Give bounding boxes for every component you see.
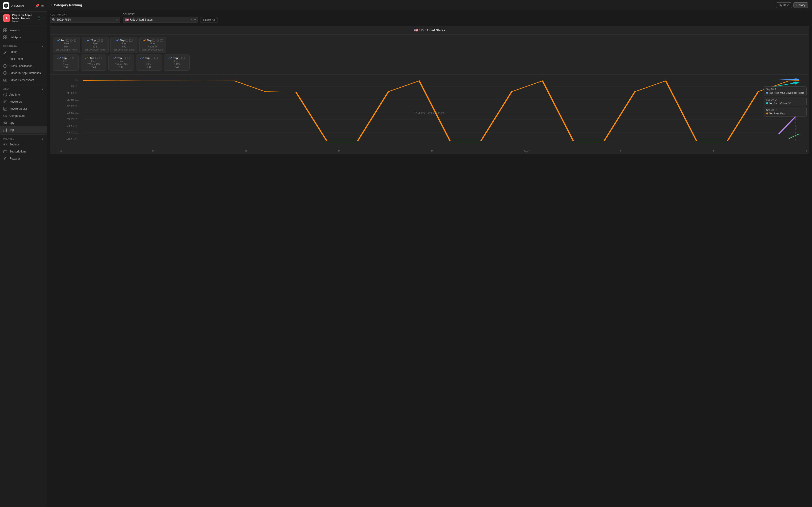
tile5-all: ? All bbox=[64, 66, 68, 69]
sidebar: ASO.dev 📌 ✉ Player for Apple Music: Meow… bbox=[0, 0, 47, 507]
select-all-button[interactable]: Select All bbox=[200, 17, 218, 23]
tile6-top: Top bbox=[90, 57, 94, 59]
tile7-free: Free bbox=[119, 60, 124, 62]
tiles-row-2: Top Free ? Mac ? All bbox=[53, 55, 806, 71]
svg-rect-43 bbox=[179, 57, 181, 59]
tile-top-free-visionos-all-2[interactable]: Top Free ? Vision OS ? All bbox=[108, 55, 134, 71]
sidebar-item-settings[interactable]: Settings bbox=[0, 141, 47, 148]
topbar-left: ‹ Category Ranking bbox=[51, 3, 82, 7]
svg-rect-42 bbox=[155, 57, 158, 59]
sidebar-item-screenshots[interactable]: Editor: Screenshots bbox=[0, 76, 47, 83]
tile4-cat: ⌨ Developer Tools bbox=[142, 48, 163, 51]
tile-top-free-ipad-all[interactable]: Top Free ? iPad ? All bbox=[136, 55, 162, 71]
tile9-all: ? All bbox=[175, 66, 179, 69]
tile4-chart-icon bbox=[142, 39, 146, 42]
sidebar-item-bulk-editor[interactable]: Bulk Editor bbox=[0, 55, 47, 62]
country-select-container: 🇺🇸 US: United States ✕ ▾ bbox=[123, 17, 198, 23]
mail-icon[interactable]: ✉ bbox=[41, 4, 44, 7]
tile8-all: ? All bbox=[147, 66, 151, 69]
metadata-label: METADATA bbox=[3, 45, 17, 48]
main-chart-svg: 1 51 101 151 201 251 301 351 401 451 No … bbox=[53, 77, 806, 146]
sidebar-item-in-app-purchases[interactable]: Editor: In-App Purchases bbox=[0, 69, 47, 76]
chart-card: 🇺🇸 US: United States Top bbox=[50, 25, 809, 154]
tile7-icon2 bbox=[127, 57, 130, 59]
tile-top-free-appletv-devtools[interactable]: Top Free Apple TV ⌨ Developer Tools bbox=[139, 37, 166, 53]
page-title: Category Ranking bbox=[54, 3, 82, 7]
cross-localization-label: Cross Localization bbox=[9, 64, 33, 68]
clear-input-button[interactable]: ✕ bbox=[116, 18, 118, 21]
sidebar-item-app-info[interactable]: App Info bbox=[0, 91, 47, 98]
sidebar-item-keywords-list[interactable]: Keywords List bbox=[0, 105, 47, 112]
app-name: Player for Apple Music: Meows bbox=[12, 13, 35, 20]
svg-point-23 bbox=[4, 144, 6, 145]
history-button[interactable]: History bbox=[794, 2, 808, 8]
tile5-row: Top bbox=[57, 57, 74, 59]
search-icon-btn[interactable]: 🔍 bbox=[52, 18, 56, 21]
country-flag: 🇺🇸 bbox=[125, 18, 129, 21]
tile-top-free-ipad-devtools[interactable]: Top Free iPad ⌨ Developer Tools bbox=[110, 37, 137, 53]
tooltip-2-category: Top Free Vision OS bbox=[769, 102, 791, 105]
svg-rect-7 bbox=[4, 36, 5, 37]
sidebar-item-cross-localization[interactable]: Cross Localization bbox=[0, 62, 47, 69]
tile6-chart-icon bbox=[85, 57, 89, 59]
country-clear-button[interactable]: ✕ bbox=[190, 18, 193, 21]
rewards-label: Rewards bbox=[9, 157, 20, 160]
sidebar-item-editor[interactable]: Editor bbox=[0, 48, 47, 55]
metadata-section-header[interactable]: METADATA ▲ bbox=[0, 43, 47, 48]
tiles-section: Top Free Mac ⌨ Developer Tools bbox=[50, 35, 809, 75]
sidebar-item-spy[interactable]: Spy bbox=[0, 119, 47, 126]
tooltip-2-date: Sep 20: 24 bbox=[766, 99, 804, 101]
sidebar-item-rewards[interactable]: Rewards bbox=[0, 155, 47, 162]
tile-top-free-mac-devtools[interactable]: Top Free Mac ⌨ Developer Tools bbox=[53, 37, 80, 53]
svg-rect-21 bbox=[5, 129, 5, 131]
tile6-free: Free bbox=[91, 60, 96, 62]
tooltip-2: Sep 20: 24 Top Free Vision OS bbox=[764, 97, 807, 106]
tile7-row: Top bbox=[113, 57, 130, 59]
in-app-purchases-label: Editor: In-App Purchases bbox=[9, 71, 41, 75]
tile-top-free-ios-devtools[interactable]: Top Free iOS ⌨ Developer Tools bbox=[82, 37, 109, 53]
svg-rect-13 bbox=[4, 79, 7, 81]
tile4-top: Top bbox=[147, 39, 152, 42]
bulk-editor-label: Bulk Editor bbox=[9, 57, 23, 61]
sidebar-item-list-apps[interactable]: List Apps bbox=[0, 34, 47, 41]
current-app-item[interactable]: Player for Apple Music: Meows Meows 📱 ✂ bbox=[0, 11, 47, 25]
back-button[interactable]: ‹ bbox=[51, 3, 52, 7]
sidebar-item-projects[interactable]: Projects bbox=[0, 27, 47, 34]
sidebar-item-competitors[interactable]: Competitors bbox=[0, 112, 47, 119]
pin-icon[interactable]: 📌 bbox=[35, 4, 39, 7]
tile5-icon2 bbox=[71, 57, 74, 59]
tile7-sub: ? Vision OS bbox=[115, 63, 127, 65]
tile-top-free-mac-all[interactable]: Top Free ? Mac ? All bbox=[53, 55, 79, 71]
sidebar-item-subscriptions[interactable]: Subscriptions bbox=[0, 148, 47, 155]
tile1-cat: ⌨ Developer Tools bbox=[56, 48, 77, 51]
add-app-label: ADD APP LINK bbox=[50, 13, 120, 16]
svg-rect-4 bbox=[5, 29, 7, 30]
sidebar-item-keywords[interactable]: Keywords bbox=[0, 98, 47, 105]
tooltip-3: Sep 20: 81 Top Free Mac bbox=[764, 107, 807, 117]
country-chevron-button[interactable]: ▾ bbox=[194, 18, 196, 21]
tile7-all: ? All bbox=[119, 66, 124, 69]
tile8-sub: ? iPad bbox=[146, 63, 152, 65]
tile6-all: ? All bbox=[92, 66, 96, 69]
tile9-icon2 bbox=[183, 57, 185, 59]
tile-row-4: Top bbox=[142, 39, 163, 42]
tile-top-free-visionos-all[interactable]: Top Free ? Vision OS ? All bbox=[80, 55, 106, 71]
tile5-chart-icon bbox=[57, 57, 61, 59]
tile3-chart-icon bbox=[115, 39, 119, 42]
tooltip-1-date: Sep 20: 2 bbox=[766, 88, 804, 91]
svg-rect-5 bbox=[4, 31, 5, 32]
tile-top-free-ios-all[interactable]: Top Free ? iOS ? All bbox=[164, 55, 190, 71]
profile-section-header[interactable]: PROFILE ▲ bbox=[0, 135, 47, 141]
svg-point-14 bbox=[5, 79, 6, 80]
x-label-28: 28 bbox=[431, 150, 433, 153]
by-date-button[interactable]: By Date bbox=[776, 2, 792, 8]
add-app-input[interactable] bbox=[57, 18, 116, 21]
tile-row-3: Top bbox=[115, 39, 132, 42]
aso-section-header[interactable]: ASO ▲ bbox=[0, 86, 47, 91]
chart-area: 1 51 101 151 201 251 301 351 401 451 No … bbox=[50, 75, 809, 149]
screenshots-label: Editor: Screenshots bbox=[9, 78, 34, 82]
tile1-top: Top bbox=[61, 39, 65, 42]
svg-rect-34 bbox=[160, 40, 163, 41]
sidebar-item-top[interactable]: Top bbox=[0, 126, 47, 133]
chart-flag: 🇺🇸 bbox=[414, 28, 418, 32]
